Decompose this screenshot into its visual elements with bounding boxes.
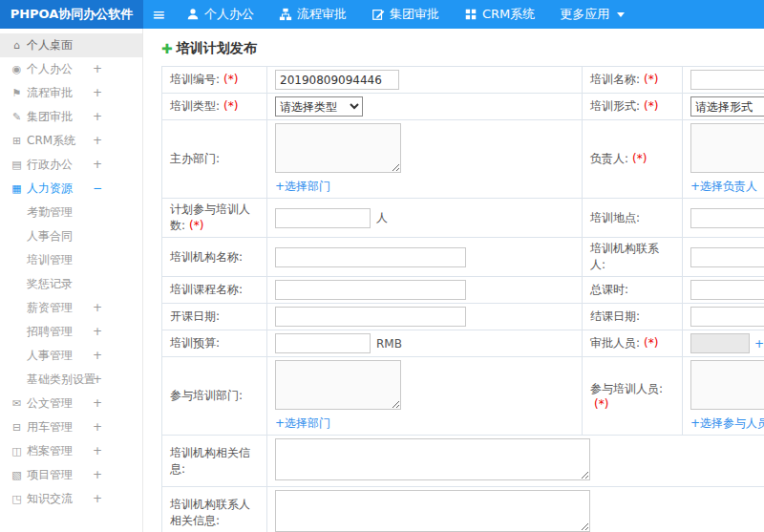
nav-workflow-approval[interactable]: 流程审批 <box>266 0 359 29</box>
expand-icon[interactable]: + <box>93 129 102 153</box>
building-icon: ▤ <box>10 153 24 177</box>
sidebar-item-base-category[interactable]: 基础类别设置 + <box>0 368 142 392</box>
expand-icon[interactable]: + <box>93 296 102 320</box>
sidebar-item-group-approval[interactable]: ✎ 集团审批 + <box>0 105 142 129</box>
sidebar-item-workflow[interactable]: ⚑ 流程审批 + <box>0 81 142 105</box>
sidebar-item-hr-contract[interactable]: 人事合同 <box>0 224 142 248</box>
sidebar-item-crm[interactable]: ⊞ CRM系统 + <box>0 129 142 153</box>
expand-icon[interactable]: + <box>93 439 102 463</box>
expand-icon[interactable]: + <box>93 81 102 105</box>
select-department-link[interactable]: +选择部门 <box>275 179 574 195</box>
required-mark: (*) <box>644 73 658 86</box>
approver-input[interactable] <box>690 333 750 353</box>
nav-crm-system[interactable]: CRM系统 <box>452 0 547 29</box>
sidebar-item-hr[interactable]: ▦ 人力资源 − <box>0 177 142 201</box>
crm-grid-icon <box>464 8 478 21</box>
start-date-input[interactable] <box>275 307 466 327</box>
training-location-input[interactable] <box>690 208 764 228</box>
sidebar-item-salary[interactable]: 薪资管理 + <box>0 296 142 320</box>
sidebar-item-admin-office[interactable]: ▤ 行政办公 + <box>0 153 142 177</box>
participating-people-textarea[interactable] <box>690 360 764 410</box>
training-name-input[interactable] <box>690 70 764 90</box>
sidebar-item-label: 项目管理 <box>27 468 73 481</box>
desktop-icon: ⌂ <box>10 33 24 57</box>
planned-participants-input[interactable] <box>275 208 371 228</box>
org-contact-input[interactable] <box>690 247 764 267</box>
sidebar-item-vehicle[interactable]: ⊟ 用车管理 + <box>0 415 142 439</box>
form-row: 培训机构联系人相关信息: <box>162 487 764 532</box>
required-mark: (*) <box>223 99 238 113</box>
sidebar-item-label: 档案管理 <box>27 444 73 458</box>
add-icon: ✚ <box>161 41 173 56</box>
training-type-select[interactable]: 请选择类型 <box>275 96 363 117</box>
expand-icon[interactable]: + <box>93 487 102 511</box>
sidebar-item-label: 招聘管理 <box>27 325 73 338</box>
expand-icon[interactable]: + <box>93 415 102 439</box>
total-hours-input[interactable] <box>690 280 764 300</box>
training-id-input[interactable] <box>275 70 399 90</box>
nav-label: CRM系统 <box>482 6 535 23</box>
sidebar-item-projects[interactable]: ▧ 项目管理 + <box>0 463 142 487</box>
sidebar-item-attendance[interactable]: 考勤管理 <box>0 201 142 224</box>
sidebar-item-label: 公文管理 <box>27 396 73 410</box>
org-contact-info-textarea[interactable] <box>275 490 590 532</box>
sidebar-item-training-mgmt[interactable]: 培训管理 <box>0 248 142 272</box>
expand-icon[interactable]: + <box>93 105 102 129</box>
hamburger-menu-icon[interactable]: ≡ <box>143 0 174 29</box>
select-leader-link[interactable]: +选择负责人 <box>690 179 764 195</box>
org-info-textarea[interactable] <box>275 438 590 480</box>
host-department-textarea[interactable] <box>275 123 401 173</box>
training-form-select[interactable]: 请选择形式 <box>690 96 764 117</box>
expand-icon[interactable]: + <box>93 320 102 344</box>
nav-label: 个人办公 <box>204 6 254 23</box>
sidebar-item-desktop[interactable]: ⌂ 个人桌面 <box>0 33 142 57</box>
course-name-input[interactable] <box>275 280 466 300</box>
sidebar-item-label: 人事管理 <box>27 349 73 362</box>
sidebar-item-recruitment[interactable]: 招聘管理 + <box>0 320 142 344</box>
sidebar-item-label: 集团审批 <box>27 110 73 123</box>
flow-icon: ⚑ <box>10 81 24 105</box>
collapse-icon[interactable]: − <box>93 177 102 201</box>
folder-icon: ◫ <box>10 439 24 463</box>
sidebar-item-archives[interactable]: ◫ 档案管理 + <box>0 439 142 463</box>
expand-icon[interactable]: + <box>93 153 102 177</box>
form-row: 计划参与培训人数:(*) 人 培训地点: <box>162 199 764 238</box>
leader-textarea[interactable] <box>690 123 764 173</box>
select-department-link[interactable]: +选择部门 <box>275 415 574 432</box>
select-participants-link[interactable]: +选择参与人员 <box>690 415 764 432</box>
expand-icon[interactable]: + <box>93 344 102 368</box>
sidebar-item-rewards[interactable]: 奖惩记录 <box>0 272 142 296</box>
required-mark: (*) <box>632 152 647 165</box>
field-label: 培训地点: <box>590 211 640 224</box>
sidebar-item-documents[interactable]: ✉ 公文管理 + <box>0 392 142 415</box>
budget-input[interactable] <box>275 333 371 353</box>
expand-icon[interactable]: + <box>93 463 102 487</box>
nav-more-apps[interactable]: 更多应用 <box>547 0 637 29</box>
form-row: 开课日期: 结课日期: <box>162 304 764 330</box>
sidebar-item-label: CRM系统 <box>27 134 75 147</box>
field-label: 培训机构联系人: <box>590 242 659 271</box>
org-name-input[interactable] <box>275 247 466 267</box>
expand-icon[interactable]: + <box>93 368 102 392</box>
hr-book-icon: ▦ <box>10 177 24 201</box>
participating-departments-textarea[interactable] <box>275 360 401 410</box>
select-approver-link[interactable]: +选择审批人员 <box>754 337 764 351</box>
sidebar-item-personnel[interactable]: 人事管理 + <box>0 344 142 368</box>
field-label: 培训机构联系人相关信息: <box>170 498 250 527</box>
sidebar-item-label: 人力资源 <box>27 181 73 195</box>
end-date-input[interactable] <box>690 307 764 327</box>
expand-icon[interactable]: + <box>93 57 102 81</box>
sidebar-item-personal-office[interactable]: ◉ 个人办公 + <box>0 57 142 81</box>
expand-icon[interactable]: + <box>93 392 102 415</box>
field-label: 主办部门: <box>170 152 220 165</box>
form-row: 参与培训部门: +选择部门 参与培训人员:(*) +选择参与人员 <box>162 357 764 436</box>
form-row: 培训预算: RMB 审批人员:(*) +选择审批人员 <box>162 330 764 357</box>
sidebar-item-label: 知识交流 <box>27 492 73 505</box>
unit-label: 人 <box>376 211 388 224</box>
sidebar-item-knowledge[interactable]: ◳ 知识交流 + <box>0 487 142 511</box>
nav-group-approval[interactable]: 集团审批 <box>359 0 452 29</box>
field-label: 负责人: <box>590 152 628 165</box>
field-label: 结课日期: <box>590 309 640 323</box>
nav-personal-office[interactable]: 个人办公 <box>174 0 266 29</box>
sidebar-item-label: 基础类别设置 <box>27 372 96 386</box>
